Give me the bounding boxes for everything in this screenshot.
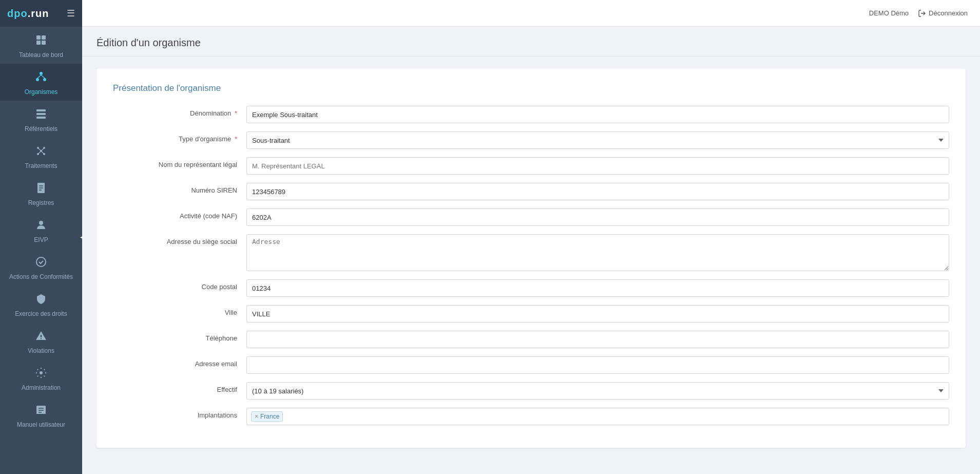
representant-legal-label: Nom du représentant légal <box>113 157 246 168</box>
ville-row: Ville <box>113 305 949 323</box>
logout-button[interactable]: Déconnexion <box>918 9 968 17</box>
sidebar-item-tableau-de-bord[interactable]: Tableau de bord <box>0 27 82 64</box>
numero-siren-input[interactable] <box>246 183 949 200</box>
numero-siren-row: Numéro SIREN <box>113 183 949 200</box>
denomination-label: Dénomination * <box>113 106 246 117</box>
tag-france[interactable]: × France <box>251 411 283 422</box>
required-marker: * <box>235 109 237 117</box>
type-organisme-row: Type d'organisme * Sous-traitant Respons… <box>113 131 949 149</box>
main-area: DEMO Démo Déconnexion Édition d'un organ… <box>82 0 980 474</box>
exercice-icon <box>35 293 47 308</box>
logo: dpo.run <box>7 8 49 20</box>
implantations-label: Implantations <box>113 408 246 419</box>
svg-point-28 <box>40 371 43 374</box>
svg-rect-11 <box>36 117 46 119</box>
sidebar-item-label: Traitements <box>25 162 57 169</box>
svg-line-17 <box>38 148 41 151</box>
svg-rect-10 <box>36 113 46 115</box>
denomination-row: Dénomination * <box>113 106 949 123</box>
sidebar-item-label: Registres <box>28 199 54 206</box>
sidebar-item-label: Violations <box>28 347 54 354</box>
svg-point-6 <box>43 78 46 81</box>
sidebar-item-exercice-droits[interactable]: Exercice des droits <box>0 286 82 323</box>
code-postal-label: Code postal <box>113 279 246 291</box>
violations-icon <box>35 330 47 345</box>
denomination-input[interactable] <box>246 106 949 123</box>
section-card: Présentation de l'organisme Dénomination… <box>97 69 966 448</box>
user-label: DEMO Démo <box>869 9 909 17</box>
type-organisme-select[interactable]: Sous-traitant Responsable de traitement … <box>246 131 949 149</box>
section-title: Présentation de l'organisme <box>113 83 949 93</box>
page-title: Édition d'un organisme <box>97 37 966 49</box>
telephone-label: Téléphone <box>113 331 246 342</box>
svg-rect-2 <box>36 41 41 45</box>
telephone-input[interactable] <box>246 331 949 348</box>
telephone-row: Téléphone <box>113 331 949 348</box>
svg-rect-9 <box>36 109 46 111</box>
ville-input[interactable] <box>246 305 949 323</box>
sidebar-item-referentiels[interactable]: Référentiels <box>0 101 82 138</box>
representant-legal-input[interactable] <box>246 157 949 175</box>
type-organisme-label: Type d'organisme * <box>113 131 246 143</box>
adresse-siege-row: Adresse du siège social <box>113 234 949 271</box>
code-postal-input[interactable] <box>246 279 949 297</box>
sidebar-item-label: Tableau de bord <box>19 51 63 59</box>
svg-line-20 <box>41 151 44 154</box>
implantations-tag-input[interactable]: × France <box>246 408 949 425</box>
tag-remove-icon[interactable]: × <box>255 413 258 420</box>
registres-icon <box>35 182 47 197</box>
svg-rect-0 <box>36 35 41 40</box>
svg-line-19 <box>38 151 41 154</box>
activite-naf-label: Activité (code NAF) <box>113 208 246 220</box>
representant-legal-row: Nom du représentant légal <box>113 157 949 175</box>
effectif-row: Effectif (10 à 19 salariés) Moins de 10 … <box>113 382 949 400</box>
traitements-icon <box>35 145 47 160</box>
implantations-row: Implantations × France <box>113 408 949 425</box>
sidebar-item-manuel-utilisateur[interactable]: Manuel utilisateur <box>0 396 82 433</box>
numero-siren-label: Numéro SIREN <box>113 183 246 194</box>
svg-line-8 <box>41 75 45 78</box>
sidebar: dpo.run ☰ Tableau de bord Organismes <box>0 0 82 474</box>
svg-line-18 <box>41 148 44 151</box>
sidebar-item-traitements[interactable]: Traitements <box>0 138 82 175</box>
sidebar-item-label: EIVP <box>34 236 48 243</box>
topbar: DEMO Démo Déconnexion <box>82 0 980 27</box>
sidebar-item-label: Manuel utilisateur <box>17 421 65 428</box>
code-postal-row: Code postal <box>113 279 949 297</box>
sidebar-item-label: Organismes <box>25 88 58 96</box>
adresse-siege-textarea[interactable] <box>246 234 949 271</box>
eivp-icon <box>35 219 47 234</box>
svg-point-24 <box>39 221 43 225</box>
administration-icon <box>35 367 47 382</box>
effectif-select[interactable]: (10 à 19 salariés) Moins de 10 salariés … <box>246 382 949 400</box>
referentiels-icon <box>35 108 47 123</box>
sidebar-item-label: Référentiels <box>25 125 57 132</box>
hamburger-icon[interactable]: ☰ <box>67 8 75 19</box>
activite-naf-input[interactable] <box>246 208 949 226</box>
svg-rect-3 <box>42 41 46 45</box>
sidebar-logo: dpo.run ☰ <box>0 0 82 27</box>
adresse-email-input[interactable] <box>246 356 949 374</box>
ville-label: Ville <box>113 305 246 316</box>
adresse-siege-label: Adresse du siège social <box>113 234 246 245</box>
adresse-email-row: Adresse email <box>113 356 949 374</box>
topbar-user: DEMO Démo Déconnexion <box>869 9 968 17</box>
svg-point-5 <box>36 78 39 81</box>
manuel-icon <box>35 404 47 419</box>
actions-icon <box>35 256 47 271</box>
svg-point-27 <box>41 338 42 339</box>
svg-point-25 <box>36 257 46 267</box>
sidebar-item-actions-conformites[interactable]: Actions de Conformités <box>0 249 82 286</box>
sidebar-item-label: Actions de Conformités <box>9 273 73 280</box>
sidebar-item-registres[interactable]: Registres <box>0 175 82 212</box>
organismes-icon <box>35 71 47 86</box>
sidebar-item-administration[interactable]: Administration <box>0 359 82 396</box>
sidebar-item-label: Exercice des droits <box>15 310 67 317</box>
content: Présentation de l'organisme Dénomination… <box>82 56 980 474</box>
adresse-email-label: Adresse email <box>113 356 246 368</box>
svg-rect-1 <box>42 35 46 40</box>
sidebar-item-label: Administration <box>22 384 61 391</box>
sidebar-item-violations[interactable]: Violations <box>0 323 82 359</box>
sidebar-item-organismes[interactable]: Organismes <box>0 64 82 101</box>
sidebar-item-eivp[interactable]: EIVP <box>0 212 82 249</box>
